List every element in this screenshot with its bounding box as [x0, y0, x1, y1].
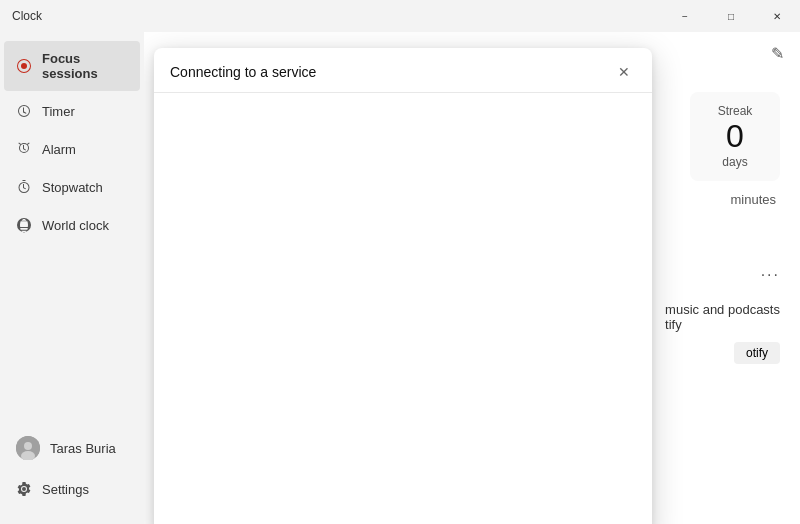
edit-icon[interactable]: ✎	[771, 44, 784, 63]
sidebar-item-world-clock[interactable]: World clock	[4, 207, 140, 243]
music-subtext: tify	[665, 317, 780, 332]
settings-icon	[16, 481, 32, 497]
sidebar-item-label: Settings	[42, 482, 89, 497]
sidebar-item-label: Timer	[42, 104, 75, 119]
sidebar-item-label: Stopwatch	[42, 180, 103, 195]
sidebar: Focus sessions Timer Alarm	[0, 32, 144, 524]
more-button[interactable]: ...	[761, 262, 780, 280]
maximize-button[interactable]: □	[708, 0, 754, 32]
sidebar-item-label: Focus sessions	[42, 51, 128, 81]
sidebar-item-label: World clock	[42, 218, 109, 233]
sidebar-item-alarm[interactable]: Alarm	[4, 131, 140, 167]
timer-icon	[16, 103, 32, 119]
spotify-button[interactable]: otify	[734, 342, 780, 364]
sidebar-item-timer[interactable]: Timer	[4, 93, 140, 129]
main-content: ✎ Streak 0 days minutes ... music and po…	[144, 32, 800, 524]
minutes-text: minutes	[730, 192, 776, 207]
svg-point-2	[24, 442, 32, 450]
connecting-dialog: Connecting to a service ✕	[154, 48, 652, 524]
streak-value: 0	[710, 118, 760, 155]
music-section: music and podcasts tify	[665, 302, 780, 332]
close-button[interactable]: ✕	[754, 0, 800, 32]
streak-label: Streak	[710, 104, 760, 118]
dialog-body	[154, 93, 652, 524]
app-title: Clock	[12, 9, 42, 23]
alarm-icon	[16, 141, 32, 157]
music-text: music and podcasts	[665, 302, 780, 317]
sidebar-item-settings[interactable]: Settings	[4, 471, 140, 507]
dialog-title: Connecting to a service	[170, 64, 316, 80]
streak-unit: days	[710, 155, 760, 169]
avatar	[16, 436, 40, 460]
streak-card: Streak 0 days	[690, 92, 780, 181]
minimize-button[interactable]: −	[662, 0, 708, 32]
window-controls: − □ ✕	[662, 0, 800, 32]
user-name: Taras Buria	[50, 441, 116, 456]
dialog-title-bar: Connecting to a service ✕	[154, 48, 652, 93]
world-icon	[16, 217, 32, 233]
svg-point-0	[21, 63, 27, 69]
dialog-close-button[interactable]: ✕	[612, 60, 636, 84]
sidebar-item-focus-sessions[interactable]: Focus sessions	[4, 41, 140, 91]
sidebar-bottom: Taras Buria Settings	[0, 425, 144, 516]
sidebar-item-stopwatch[interactable]: Stopwatch	[4, 169, 140, 205]
sidebar-item-label: Alarm	[42, 142, 76, 157]
app-body: Focus sessions Timer Alarm	[0, 32, 800, 524]
title-bar: Clock − □ ✕	[0, 0, 800, 32]
stopwatch-icon	[16, 179, 32, 195]
focus-icon	[16, 58, 32, 74]
user-profile[interactable]: Taras Buria	[4, 426, 140, 470]
